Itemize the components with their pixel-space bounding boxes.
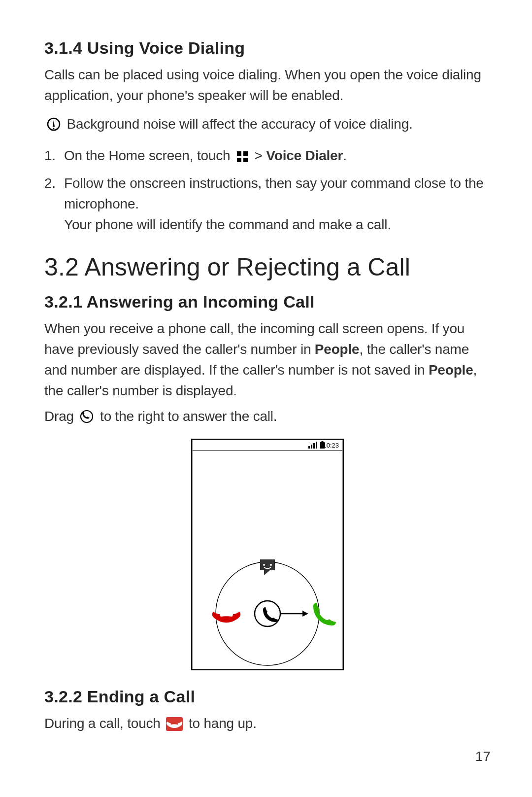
step-text: . [343,148,347,163]
heading-3-2-1: 3.2.1 Answering an Incoming Call [44,292,491,312]
hangup-icon [166,716,183,737]
note-text: Background noise will affect the accurac… [67,116,413,132]
step-1: 1. On the Home screen, touch > Voice Dia… [44,145,491,169]
heading-3-2: 3.2 Answering or Rejecting a Call [44,253,491,281]
svg-rect-7 [192,439,343,670]
bold-text: People [429,362,473,378]
svg-rect-5 [243,158,248,162]
step-number: 1. [44,145,56,166]
svg-point-21 [270,564,272,566]
alert-icon [46,117,61,138]
svg-rect-4 [237,158,241,162]
text: During a call, touch [44,716,161,731]
text: Drag [44,409,74,424]
step-number: 2. [44,173,56,194]
svg-rect-10 [311,445,312,449]
paragraph: When you receive a phone call, the incom… [44,318,491,401]
svg-point-1 [53,128,55,130]
heading-3-2-2: 3.2.2 Ending a Call [44,687,491,706]
svg-rect-2 [237,151,241,156]
incoming-call-figure: 10:23 [44,439,491,672]
page-number: 17 [475,749,491,764]
bold-text: People [315,342,360,357]
step-text: > [255,148,263,163]
svg-rect-11 [313,443,315,449]
svg-rect-9 [308,446,310,449]
step-bold-text: Voice Dialer [266,148,343,163]
ordered-steps: 1. On the Home screen, touch > Voice Dia… [44,145,491,235]
heading-3-1-4: 3.1.4 Using Voice Dialing [44,38,491,58]
svg-point-20 [263,564,265,566]
drag-instruction: Drag to the right to answer the call. [44,406,491,430]
note-row: Background noise will affect the accurac… [44,114,491,138]
step-text: Follow the onscreen instructions, then s… [64,175,484,211]
svg-rect-3 [243,151,248,156]
text: to the right to answer the call. [100,409,277,424]
paragraph: Calls can be placed using voice dialing.… [44,65,491,106]
svg-rect-12 [316,442,317,449]
statusbar-time: 10:23 [323,442,339,449]
step-text: On the Home screen, touch [64,148,230,163]
phone-handle-icon [79,409,94,430]
paragraph: During a call, touch to hang up. [44,713,491,737]
step-text: Your phone will identify the command and… [64,214,491,235]
text: to hang up. [189,716,257,731]
apps-grid-icon [236,148,249,169]
step-2: 2. Follow the onscreen instructions, the… [44,173,491,235]
